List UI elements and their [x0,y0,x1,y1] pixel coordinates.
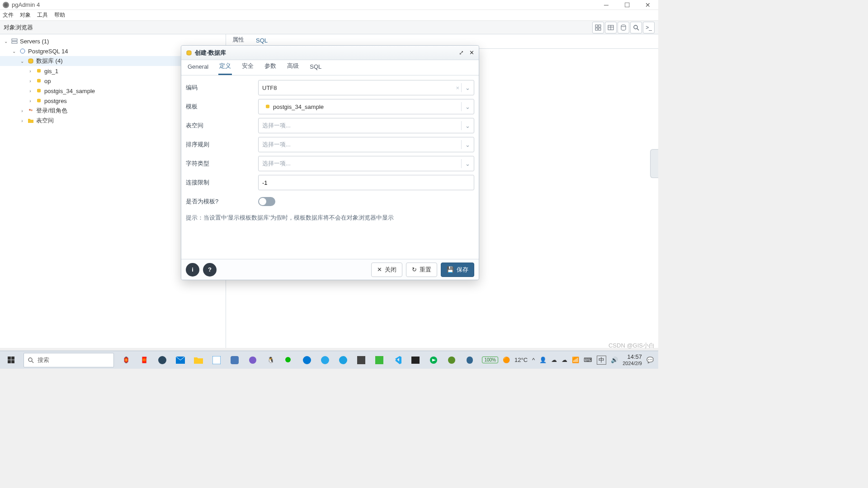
maximize-button[interactable]: ☐ [617,0,637,10]
svg-point-25 [158,356,166,364]
volume-icon[interactable]: 🔊 [611,357,618,363]
dlg-tab-security[interactable]: 安全 [241,58,255,75]
dlg-tab-parameters[interactable]: 参数 [264,58,277,75]
chevron-down-icon[interactable]: ⌄ [461,159,470,168]
temperature[interactable]: 12°C [514,357,528,363]
toolbar-db-icon[interactable] [618,22,629,33]
svg-rect-36 [411,357,420,364]
tree-servers[interactable]: ⌄ Servers (1) [0,36,226,46]
notifications-icon[interactable]: 💬 [646,357,654,363]
expand-icon[interactable]: ⤢ [459,49,464,56]
ctype-select[interactable]: 选择一项...⌄ [258,156,474,171]
ime-indicator[interactable]: 中 [597,356,606,365]
close-button[interactable]: ✕ [637,0,658,10]
connlimit-input[interactable] [258,175,474,190]
encoding-select[interactable]: UTF8×⌄ [258,80,474,95]
clear-icon[interactable]: × [456,84,459,91]
toolbar-search-icon[interactable] [630,22,642,33]
dlg-tab-definition[interactable]: 定义 [218,58,232,75]
chevron-down-icon[interactable]: ⌄ [461,121,470,130]
onedrive-icon[interactable]: ☁ [561,357,567,363]
taskbar-store-icon[interactable] [208,351,225,369]
svg-rect-34 [357,356,365,364]
clock[interactable]: 14:57 2024/2/9 [623,353,642,366]
taskbar-terminal-icon[interactable] [407,351,424,369]
svg-rect-12 [12,42,17,43]
menu-help[interactable]: 帮助 [54,11,65,19]
chevron-down-icon[interactable]: ⌄ [19,59,25,64]
chevron-right-icon[interactable]: › [27,79,33,84]
chevron-down-icon[interactable]: ⌄ [461,102,470,111]
reset-button[interactable]: ↻ 重置 [406,263,437,277]
taskbar-app-icon[interactable] [244,351,261,369]
weather-icon[interactable]: 🟠 [503,357,510,363]
tablespace-select[interactable]: 选择一项...⌄ [258,118,474,133]
close-icon[interactable]: ✕ [469,49,474,56]
taskbar-qgis-icon[interactable] [443,351,460,369]
side-tab[interactable] [650,149,658,178]
start-button[interactable] [0,351,22,369]
battery-icon[interactable]: 100% [482,357,498,363]
taskbar-steam-icon[interactable] [154,351,171,369]
close-button[interactable]: ✕ 关闭 [371,263,402,277]
svg-point-30 [285,357,291,362]
template-select[interactable]: postgis_34_sample⌄ [258,99,474,114]
chevron-right-icon[interactable]: › [19,108,25,113]
minimize-button[interactable]: ─ [596,0,617,10]
taskbar: 搜索 🏮 🧧 🐧 100% 🟠 12°C ^ 👤 ☁ ☁ 📶 ⌨ 中 🔊 [0,351,658,369]
ctype-label: 字符类型 [186,160,258,168]
svg-rect-27 [212,356,221,364]
chevron-right-icon[interactable]: › [27,99,33,103]
menubar: 文件 对象 工具 帮助 [0,10,658,21]
toolbar-terminal-icon[interactable]: >_ [643,22,655,33]
tray-chevron-icon[interactable]: ^ [532,357,535,363]
toolbar-table-icon[interactable] [605,22,617,33]
taskbar-app-icon[interactable]: 🧧 [136,351,153,369]
dlg-tab-advanced[interactable]: 高级 [286,58,300,75]
chevron-down-icon[interactable]: ⌄ [461,140,470,149]
chevron-down-icon[interactable]: ⌄ [11,49,17,54]
chevron-right-icon[interactable]: › [27,89,33,94]
menu-file[interactable]: 文件 [3,11,14,19]
taskbar-app-icon[interactable] [226,351,243,369]
menu-tools[interactable]: 工具 [37,11,48,19]
taskbar-edge-icon[interactable] [298,351,316,369]
istemplate-toggle[interactable] [258,197,275,206]
taskbar-explorer-icon[interactable] [190,351,207,369]
taskbar-vscode-icon[interactable] [389,351,406,369]
taskbar-mail-icon[interactable] [172,351,189,369]
chevron-right-icon[interactable]: › [19,118,25,123]
svg-rect-2 [599,25,601,27]
svg-point-19 [29,109,31,111]
dlg-tab-sql[interactable]: SQL [309,60,322,75]
info-button[interactable]: i [186,263,199,277]
wifi-icon[interactable]: 📶 [572,357,579,363]
taskbar-app-icon[interactable] [353,351,370,369]
chevron-right-icon[interactable]: › [27,69,33,74]
collation-select[interactable]: 选择一项...⌄ [258,137,474,152]
dlg-tab-general[interactable]: General [187,60,209,75]
create-database-dialog: 创建-数据库 ⤢ ✕ General 定义 安全 参数 高级 SQL 编码 UT… [181,45,479,280]
keyboard-icon[interactable]: ⌨ [584,357,592,363]
taskbar-app-icon[interactable]: 🏮 [118,351,135,369]
taskbar-qq-icon[interactable]: 🐧 [262,351,279,369]
taskbar-search[interactable]: 搜索 [24,353,114,367]
taskbar-edge-icon[interactable] [316,351,334,369]
chevron-down-icon[interactable]: ⌄ [461,83,470,92]
cloud-icon[interactable]: ☁ [551,357,557,363]
save-button[interactable]: 💾 保存 [441,263,474,277]
taskbar-app-icon[interactable] [425,351,442,369]
database-icon [35,87,42,94]
toolbar-grid-icon[interactable] [592,22,604,33]
help-button[interactable]: ? [203,263,217,277]
roles-icon [27,107,34,114]
people-icon[interactable]: 👤 [539,357,547,363]
database-icon [27,57,34,65]
taskbar-app-icon[interactable] [335,351,352,369]
encoding-label: 编码 [186,84,258,92]
taskbar-app-icon[interactable] [371,351,388,369]
menu-object[interactable]: 对象 [20,11,31,19]
taskbar-wechat-icon[interactable] [280,351,297,369]
taskbar-pgadmin-icon[interactable] [461,351,478,369]
chevron-down-icon[interactable]: ⌄ [3,39,9,44]
